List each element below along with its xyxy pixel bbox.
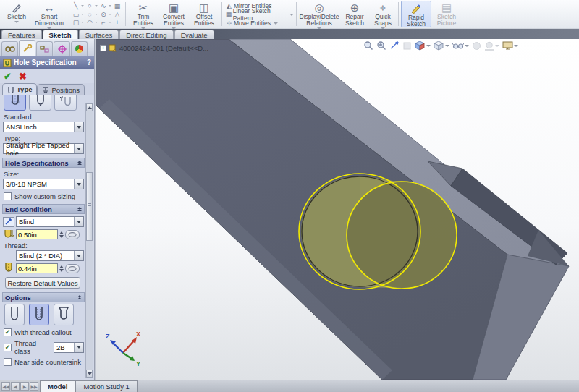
hide-show-items-button[interactable] <box>452 41 469 50</box>
linear-pattern-caret[interactable] <box>290 14 294 16</box>
zoom-to-area-button[interactable] <box>376 41 386 51</box>
view-settings-button[interactable] <box>502 41 518 51</box>
property-manager-tab[interactable] <box>19 40 35 56</box>
previous-tab-button[interactable]: ◀ <box>11 382 20 391</box>
collapse-chevron-icon[interactable] <box>77 207 82 211</box>
linear-sketch-pattern-button[interactable]: ▦ Linear Sketch Pattern <box>224 10 294 18</box>
view-orientation-button[interactable] <box>415 41 431 51</box>
thread-type-dropdown[interactable]: Blind (2 * DIA) <box>16 250 84 261</box>
depth-dimension-button[interactable] <box>65 230 80 239</box>
repair-sketch-button[interactable]: ⊕ Repair Sketch <box>339 1 370 27</box>
size-dropdown[interactable]: 3/8-18 NPSM <box>3 179 84 189</box>
spline-tool[interactable]: ∿ <box>99 2 111 9</box>
circle-tool[interactable]: ○ <box>85 2 98 9</box>
fillet-tool[interactable]: ⌐ <box>99 19 111 26</box>
with-thread-callout-checkbox[interactable]: ✓ With thread callout <box>4 328 84 336</box>
legacy-hole-button[interactable] <box>54 95 77 111</box>
reverse-direction-icon[interactable] <box>3 217 14 227</box>
scroll-down-button[interactable] <box>86 370 93 378</box>
collapse-chevron-icon[interactable] <box>77 295 82 299</box>
scroll-up-button[interactable] <box>86 103 93 111</box>
flyout-feature-tree[interactable]: + 40002424-001 (Default<<D... <box>100 43 208 52</box>
tree-expander[interactable]: + <box>100 45 106 51</box>
ok-button[interactable]: ✔ <box>4 71 12 82</box>
tab-features[interactable]: Features <box>1 30 42 39</box>
help-button[interactable]: ? <box>87 59 91 67</box>
feature-manager-tab[interactable] <box>1 41 18 56</box>
thread-depth-dimension-button[interactable] <box>65 264 80 273</box>
quick-snaps-button[interactable]: ⌖ Quick Snaps <box>370 1 396 27</box>
tab-type[interactable]: Type <box>2 83 37 95</box>
motion-study-tab[interactable]: Motion Study 1 <box>75 380 137 392</box>
end-condition-header[interactable]: End Condition <box>2 204 85 214</box>
thread-class-checkbox[interactable]: ✓ Thread class 2B <box>4 339 84 355</box>
view-orientation-caret[interactable] <box>426 45 431 47</box>
sketch-button[interactable]: Sketch <box>1 1 32 27</box>
first-tab-button[interactable]: ◀◀ <box>1 382 10 391</box>
collapse-chevron-icon[interactable] <box>77 161 82 165</box>
smart-dimension-button[interactable]: ↔ Smart Dimension <box>32 1 67 27</box>
thread-depth-spinner[interactable] <box>59 265 64 272</box>
restore-default-values-button[interactable]: Restore Default Values <box>5 277 80 289</box>
perimeter-circle-tool[interactable]: ⊙ <box>99 11 111 18</box>
straight-tap-button[interactable] <box>4 95 26 111</box>
type-dropdown-arrow[interactable] <box>74 144 83 153</box>
sketch-picture-button[interactable]: ▤ Sketch Picture <box>431 1 462 27</box>
end-condition-dropdown-arrow[interactable] <box>74 217 83 226</box>
size-dropdown-arrow[interactable] <box>74 179 83 189</box>
move-entities-caret[interactable] <box>274 22 278 25</box>
tab-surfaces[interactable]: Surfaces <box>79 30 119 39</box>
hole-specifications-header[interactable]: Hole Specifications <box>2 158 85 168</box>
rectangle-tool[interactable]: ▭ <box>72 11 84 18</box>
point-tool[interactable]: + <box>113 19 122 26</box>
convert-entities-button[interactable]: ▣ Convert Entities <box>159 1 189 27</box>
show-custom-sizing-checkbox[interactable]: Show custom sizing <box>4 192 84 200</box>
edit-appearance-button[interactable] <box>472 41 481 51</box>
ellipse-tool[interactable]: ◌ <box>85 11 98 18</box>
thread-class-dropdown[interactable]: 2B <box>54 342 84 353</box>
apply-scene-button[interactable] <box>484 41 499 51</box>
tab-direct-editing[interactable]: Direct Editing <box>119 30 174 39</box>
graphics-viewport[interactable]: + 40002424-001 (Default<<D... X Z Y <box>95 39 579 380</box>
tapered-tap-button[interactable] <box>29 95 51 111</box>
view-settings-caret[interactable] <box>514 45 518 47</box>
countersink-option-button[interactable] <box>54 304 74 325</box>
with-callout-option-button[interactable] <box>29 304 49 325</box>
display-manager-tab[interactable] <box>71 41 88 56</box>
end-condition-dropdown[interactable]: Blind <box>16 216 84 227</box>
last-tab-button[interactable]: ▶▶ <box>30 382 38 391</box>
thread-class-dropdown-arrow[interactable] <box>74 343 83 352</box>
tab-sketch[interactable]: Sketch <box>43 30 78 39</box>
thread-depth-input[interactable] <box>16 263 58 273</box>
standard-dropdown[interactable]: ANSI Inch <box>3 122 84 132</box>
standard-dropdown-arrow[interactable] <box>74 122 83 132</box>
panel-scrollbar[interactable] <box>85 103 93 378</box>
display-style-caret[interactable] <box>445 45 449 47</box>
arc-tool[interactable]: ◠ <box>85 19 98 26</box>
display-delete-relations-button[interactable]: ◎ Display/Delete Relations <box>299 1 339 27</box>
line-tool[interactable]: ╲ <box>72 2 84 9</box>
hole-preview[interactable] <box>299 174 457 289</box>
rapid-sketch-button[interactable]: Rapid Sketch <box>401 1 431 27</box>
options-header[interactable]: Options <box>2 292 85 302</box>
move-entities-button[interactable]: ⊹ Move Entities <box>224 19 294 27</box>
surface-tool[interactable]: ▦ <box>113 2 122 9</box>
previous-view-button[interactable] <box>389 41 400 51</box>
model-tab[interactable]: Model <box>40 380 75 392</box>
cancel-button[interactable]: ✖ <box>19 71 27 82</box>
sketch-dropdown-caret[interactable] <box>14 21 19 23</box>
dimxpert-manager-tab[interactable] <box>54 41 70 56</box>
offset-entities-button[interactable]: ◫ Offset Entities <box>189 1 219 27</box>
tree-item-label[interactable]: 40002424-001 (Default<<D... <box>119 44 208 52</box>
zoom-to-fit-button[interactable] <box>363 41 373 51</box>
near-side-countersink-checkbox[interactable]: Near side countersink <box>4 358 84 366</box>
next-tab-button[interactable]: ▶ <box>20 382 29 391</box>
tab-positions[interactable]: Positions <box>37 84 85 95</box>
type-dropdown[interactable]: Straight Pipe Tapped hole <box>3 143 84 154</box>
trim-entities-button[interactable]: ✂ Trim Entities <box>128 1 159 27</box>
section-view-button[interactable] <box>402 41 412 51</box>
configuration-manager-tab[interactable] <box>36 41 53 56</box>
no-callout-option-button[interactable] <box>4 304 25 325</box>
depth-input[interactable] <box>16 229 58 239</box>
display-style-button[interactable] <box>434 41 449 51</box>
